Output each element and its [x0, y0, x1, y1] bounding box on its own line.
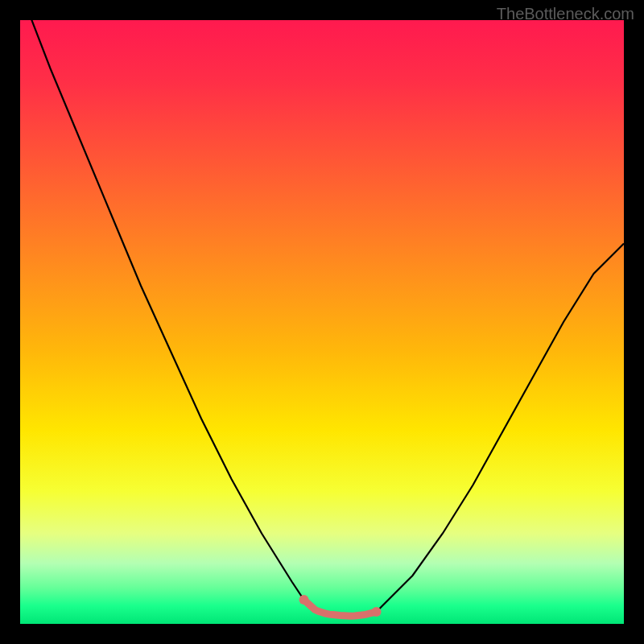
watermark-text: TheBottleneck.com	[497, 5, 634, 23]
bottleneck-chart	[20, 20, 624, 624]
chart-svg	[20, 20, 624, 624]
optimal-start-dot	[299, 595, 309, 605]
optimal-end-dot	[372, 607, 382, 617]
gradient-background	[20, 20, 624, 624]
